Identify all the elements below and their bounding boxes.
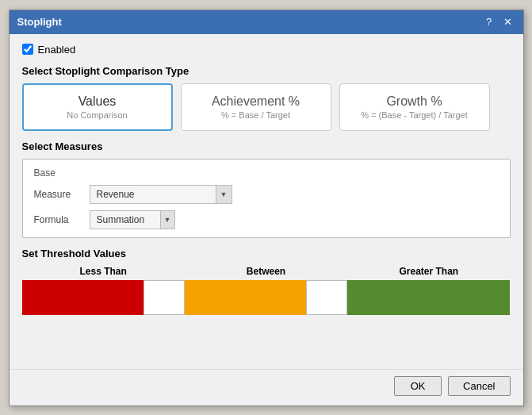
between-label: Between xyxy=(247,266,285,277)
threshold-section: Set Threshold Values Less Than Between xyxy=(22,248,511,315)
measure-select[interactable]: Revenue ▼ xyxy=(90,185,232,204)
dialog-titlebar: Stoplight ? ✕ xyxy=(10,10,523,34)
measure-dropdown-arrow[interactable]: ▼ xyxy=(216,185,232,204)
less-than-color-bar xyxy=(22,280,144,315)
comparison-values-subtitle: No Comparison xyxy=(67,110,127,120)
between-input[interactable] xyxy=(306,280,347,315)
greater-than-col: Greater Than xyxy=(347,266,510,315)
less-than-input[interactable] xyxy=(144,280,185,315)
comparison-growth-title: Growth % xyxy=(386,94,442,109)
measure-value[interactable]: Revenue xyxy=(90,185,216,204)
measure-row: Measure Revenue ▼ xyxy=(34,185,499,204)
measures-section: Select Measures Base Measure Revenue ▼ F… xyxy=(22,140,511,238)
comparison-values-title: Values xyxy=(78,94,117,109)
enabled-label: Enabled xyxy=(38,44,76,56)
dialog-title: Stoplight xyxy=(17,16,62,28)
comparison-card-growth[interactable]: Growth % % = (Base - Target) / Target xyxy=(339,83,490,131)
greater-than-label: Greater Than xyxy=(399,266,458,277)
formula-label: Formula xyxy=(34,214,82,225)
less-than-label: Less Than xyxy=(79,266,126,277)
help-button[interactable]: ? xyxy=(482,15,496,29)
dialog-footer: OK Cancel xyxy=(10,369,523,405)
comparison-card-achievement[interactable]: Achievement % % = Base / Target xyxy=(181,83,331,131)
formula-select[interactable]: Summation ▼ xyxy=(90,210,175,229)
comparison-section-title: Select Stoplight Comparison Type xyxy=(22,65,511,77)
between-col: Between xyxy=(185,266,347,315)
enabled-checkbox[interactable] xyxy=(22,44,33,55)
titlebar-actions: ? ✕ xyxy=(482,15,515,29)
base-label: Base xyxy=(34,167,499,179)
close-button[interactable]: ✕ xyxy=(501,15,515,29)
base-group: Base Measure Revenue ▼ Formula Summation… xyxy=(22,159,511,238)
comparison-section: Select Stoplight Comparison Type Values … xyxy=(22,65,511,131)
dialog-body: Enabled Select Stoplight Comparison Type… xyxy=(10,34,523,369)
stoplight-dialog: Stoplight ? ✕ Enabled Select Stoplight C… xyxy=(9,10,524,406)
greater-than-color-bar xyxy=(347,280,510,315)
formula-dropdown-arrow[interactable]: ▼ xyxy=(161,210,175,229)
comparison-achievement-subtitle: % = Base / Target xyxy=(221,110,290,120)
comparison-growth-subtitle: % = (Base - Target) / Target xyxy=(361,110,467,120)
cancel-button[interactable]: Cancel xyxy=(448,376,510,396)
measure-label: Measure xyxy=(34,189,82,200)
comparison-achievement-title: Achievement % xyxy=(212,94,300,109)
measures-section-title: Select Measures xyxy=(22,140,511,152)
comparison-card-values[interactable]: Values No Comparison xyxy=(22,83,173,131)
formula-row: Formula Summation ▼ xyxy=(34,210,499,229)
enabled-row: Enabled xyxy=(22,44,511,56)
between-color-bar xyxy=(185,280,306,315)
comparison-types: Values No Comparison Achievement % % = B… xyxy=(22,83,511,131)
threshold-section-title: Set Threshold Values xyxy=(22,248,511,259)
ok-button[interactable]: OK xyxy=(394,376,442,396)
less-than-col: Less Than xyxy=(22,266,185,315)
formula-value[interactable]: Summation xyxy=(90,210,161,229)
